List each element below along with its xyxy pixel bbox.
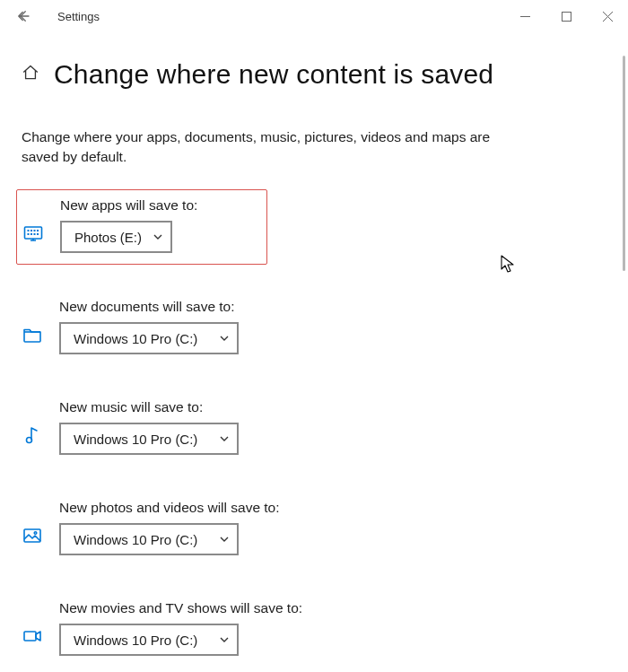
documents-icon <box>22 299 43 345</box>
svg-rect-6 <box>37 230 39 231</box>
movies-icon <box>22 600 43 647</box>
label-movies: New movies and TV shows will save to: <box>59 600 302 616</box>
content-area: Change where new content is saved Change… <box>0 32 628 672</box>
back-arrow-icon <box>15 8 31 24</box>
setting-body-documents: New documents will save to: Windows 10 P… <box>59 299 239 354</box>
photos-icon <box>22 500 43 546</box>
dropdown-movies-value: Windows 10 Pro (C:) <box>74 633 197 648</box>
label-music: New music will save to: <box>59 399 239 415</box>
dropdown-apps[interactable]: Photos (E:) <box>60 221 172 253</box>
label-apps: New apps will save to: <box>60 197 197 214</box>
chevron-down-icon <box>153 231 163 242</box>
minimize-button[interactable] <box>504 0 545 32</box>
dropdown-movies[interactable]: Windows 10 Pro (C:) <box>59 624 239 656</box>
dropdown-documents-value: Windows 10 Pro (C:) <box>74 331 197 346</box>
chevron-down-icon <box>219 534 230 545</box>
svg-rect-7 <box>28 233 30 235</box>
svg-rect-3 <box>28 230 30 231</box>
svg-rect-0 <box>520 16 530 17</box>
chevron-down-icon <box>219 634 230 645</box>
label-documents: New documents will save to: <box>59 299 239 315</box>
home-icon[interactable] <box>22 64 39 85</box>
close-icon <box>603 12 613 22</box>
window-controls <box>504 0 628 32</box>
svg-rect-1 <box>562 12 571 21</box>
setting-body-photos: New photos and videos will save to: Wind… <box>59 500 280 555</box>
svg-rect-14 <box>24 632 36 641</box>
setting-body-movies: New movies and TV shows will save to: Wi… <box>59 600 302 656</box>
svg-rect-9 <box>34 233 36 235</box>
back-button[interactable] <box>7 0 39 32</box>
page-header: Change where new content is saved <box>16 59 612 90</box>
dropdown-photos[interactable]: Windows 10 Pro (C:) <box>59 523 239 555</box>
label-photos: New photos and videos will save to: <box>59 500 280 516</box>
close-button[interactable] <box>587 0 628 32</box>
apps-icon <box>22 197 44 244</box>
dropdown-photos-value: Windows 10 Pro (C:) <box>74 532 197 547</box>
setting-row-apps: New apps will save to: Photos (E:) <box>16 189 267 265</box>
svg-rect-5 <box>34 230 36 231</box>
maximize-button[interactable] <box>545 0 587 32</box>
svg-rect-4 <box>31 230 32 231</box>
setting-row-photos: New photos and videos will save to: Wind… <box>16 493 612 566</box>
maximize-icon <box>562 12 571 22</box>
scrollbar[interactable] <box>623 56 625 271</box>
page-title: Change where new content is saved <box>54 59 493 90</box>
music-icon <box>22 399 43 446</box>
setting-body-apps: New apps will save to: Photos (E:) <box>60 197 197 253</box>
setting-row-documents: New documents will save to: Windows 10 P… <box>16 292 612 365</box>
app-title: Settings <box>57 10 100 23</box>
setting-row-movies: New movies and TV shows will save to: Wi… <box>16 593 612 667</box>
chevron-down-icon <box>219 333 230 344</box>
dropdown-music[interactable]: Windows 10 Pro (C:) <box>59 423 239 455</box>
titlebar: Settings <box>0 0 628 32</box>
minimize-icon <box>520 12 530 22</box>
chevron-down-icon <box>219 433 230 444</box>
setting-body-music: New music will save to: Windows 10 Pro (… <box>59 399 239 455</box>
svg-rect-12 <box>24 529 40 542</box>
svg-rect-10 <box>37 233 39 235</box>
dropdown-apps-value: Photos (E:) <box>74 230 142 245</box>
page-description: Change where your apps, documents, music… <box>16 127 519 166</box>
setting-row-music: New music will save to: Windows 10 Pro (… <box>16 392 612 466</box>
dropdown-documents[interactable]: Windows 10 Pro (C:) <box>59 322 239 354</box>
svg-rect-2 <box>25 227 42 239</box>
dropdown-music-value: Windows 10 Pro (C:) <box>74 432 197 447</box>
svg-rect-8 <box>31 233 32 235</box>
svg-point-13 <box>34 532 37 535</box>
